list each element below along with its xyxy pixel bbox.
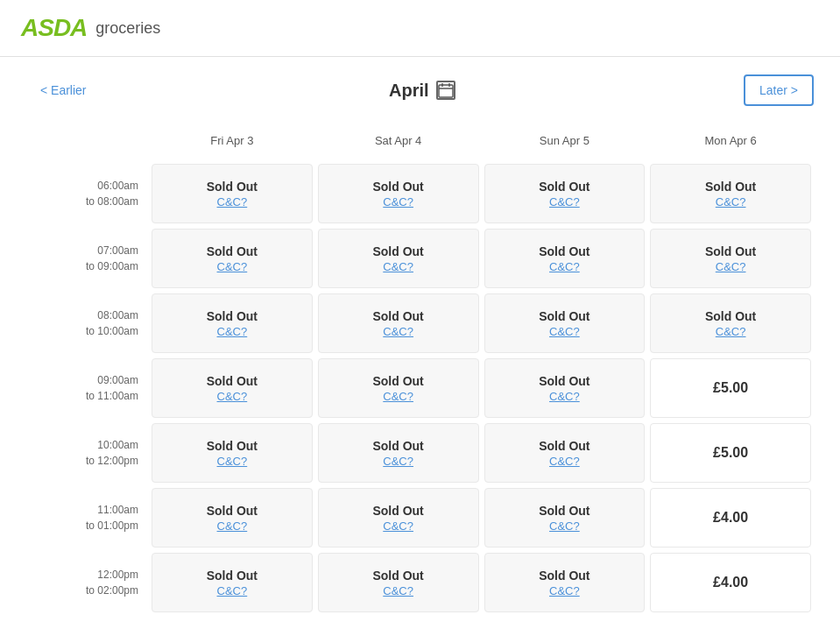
navigation-row: < Earlier April Later > [26, 74, 814, 106]
sold-out-label: Sold Out [207, 180, 258, 194]
slot-price: £4.00 [713, 510, 748, 526]
slot-sold-out-r4-c0: Sold OutC&C? [152, 423, 313, 483]
cc-link[interactable]: C&C? [549, 195, 580, 208]
time-end: to 01:00pm [86, 518, 138, 533]
slot-sold-out-r2-c3: Sold OutC&C? [650, 293, 811, 353]
time-start: 06:00am [97, 178, 138, 194]
cc-link[interactable]: C&C? [383, 325, 413, 338]
sold-out-label: Sold Out [372, 180, 423, 194]
cc-link[interactable]: C&C? [716, 325, 746, 338]
slot-sold-out-r3-c0: Sold OutC&C? [152, 358, 313, 418]
slot-price: £5.00 [713, 445, 748, 461]
sold-out-label: Sold Out [539, 180, 589, 194]
slot-sold-out-r0-c1: Sold OutC&C? [318, 164, 479, 223]
corner-cell [26, 127, 149, 161]
sold-out-label: Sold Out [207, 244, 258, 258]
sold-out-label: Sold Out [705, 180, 756, 194]
cc-link[interactable]: C&C? [549, 519, 580, 533]
slot-available-r4-c3[interactable]: £5.00 [650, 423, 811, 483]
cc-link[interactable]: C&C? [383, 584, 413, 597]
time-end: to 10:00am [86, 323, 138, 339]
cc-link[interactable]: C&C? [217, 195, 248, 208]
app-header: ASDA groceries [0, 0, 840, 57]
cc-link[interactable]: C&C? [549, 455, 580, 468]
sold-out-label: Sold Out [539, 244, 589, 258]
earlier-button[interactable]: < Earlier [26, 76, 101, 104]
slot-sold-out-r6-c0: Sold OutC&C? [152, 553, 313, 612]
col-header-fri: Fri Apr 3 [149, 127, 315, 161]
sold-out-label: Sold Out [207, 309, 258, 323]
cc-link[interactable]: C&C? [549, 325, 580, 338]
time-label-row-2: 08:00amto 10:00am [26, 291, 149, 356]
slot-available-r3-c3[interactable]: £5.00 [650, 358, 811, 418]
col-header-sun: Sun Apr 5 [482, 127, 648, 161]
slot-sold-out-r5-c2: Sold OutC&C? [484, 488, 646, 548]
slot-sold-out-r5-c1: Sold OutC&C? [318, 488, 479, 548]
cc-link[interactable]: C&C? [383, 455, 413, 468]
sold-out-label: Sold Out [372, 569, 423, 583]
slot-available-r5-c3[interactable]: £4.00 [650, 488, 811, 548]
sold-out-label: Sold Out [207, 504, 258, 518]
slot-price: £4.00 [713, 575, 748, 590]
sold-out-label: Sold Out [372, 504, 423, 518]
time-label-row-3: 09:00amto 11:00am [26, 356, 149, 420]
cc-link[interactable]: C&C? [716, 195, 746, 208]
sold-out-label: Sold Out [705, 309, 756, 323]
slot-sold-out-r2-c0: Sold OutC&C? [152, 293, 313, 353]
cc-link[interactable]: C&C? [217, 325, 248, 338]
time-start: 11:00am [97, 502, 138, 518]
slot-sold-out-r6-c2: Sold OutC&C? [484, 553, 646, 612]
time-label-row-6: 12:00pmto 02:00pm [26, 550, 149, 615]
time-end: to 11:00am [86, 388, 138, 404]
time-start: 07:00am [97, 243, 138, 258]
cc-link[interactable]: C&C? [217, 455, 248, 468]
calendar-icon[interactable] [436, 81, 455, 100]
col-header-sat: Sat Apr 4 [315, 127, 482, 161]
groceries-label: groceries [95, 19, 160, 38]
time-label-row-4: 10:00amto 12:00pm [26, 420, 149, 485]
cc-link[interactable]: C&C? [383, 519, 413, 533]
slot-sold-out-r1-c3: Sold OutC&C? [650, 229, 811, 288]
cc-link[interactable]: C&C? [549, 390, 580, 403]
schedule-grid: Fri Apr 3Sat Apr 4Sun Apr 5Mon Apr 606:0… [26, 127, 814, 615]
month-display: April [389, 81, 455, 101]
slot-sold-out-r4-c1: Sold OutC&C? [318, 423, 479, 483]
sold-out-label: Sold Out [539, 504, 589, 518]
slot-sold-out-r2-c2: Sold OutC&C? [484, 293, 646, 353]
month-text: April [389, 81, 429, 101]
time-start: 09:00am [97, 372, 138, 388]
cc-link[interactable]: C&C? [383, 195, 413, 208]
slot-sold-out-r3-c2: Sold OutC&C? [484, 358, 646, 418]
cc-link[interactable]: C&C? [549, 260, 580, 273]
sold-out-label: Sold Out [539, 439, 589, 453]
time-label-row-1: 07:00amto 09:00am [26, 226, 149, 291]
time-end: to 02:00pm [86, 583, 138, 598]
cc-link[interactable]: C&C? [217, 260, 248, 273]
cc-link[interactable]: C&C? [217, 584, 248, 597]
sold-out-label: Sold Out [372, 309, 423, 323]
sold-out-label: Sold Out [539, 569, 589, 583]
slot-available-r6-c3[interactable]: £4.00 [650, 553, 811, 612]
slot-sold-out-r4-c2: Sold OutC&C? [484, 423, 646, 483]
sold-out-label: Sold Out [372, 439, 423, 453]
sold-out-label: Sold Out [207, 569, 258, 583]
col-header-mon: Mon Apr 6 [647, 127, 814, 161]
slot-sold-out-r1-c0: Sold OutC&C? [152, 229, 313, 288]
sold-out-label: Sold Out [705, 244, 756, 258]
later-button[interactable]: Later > [744, 74, 814, 106]
slot-sold-out-r6-c1: Sold OutC&C? [318, 553, 479, 612]
cc-link[interactable]: C&C? [383, 390, 413, 403]
cc-link[interactable]: C&C? [217, 519, 248, 533]
slot-sold-out-r0-c2: Sold OutC&C? [484, 164, 646, 223]
slot-sold-out-r0-c3: Sold OutC&C? [650, 164, 811, 223]
slot-sold-out-r1-c1: Sold OutC&C? [318, 229, 479, 288]
cc-link[interactable]: C&C? [716, 260, 746, 273]
cc-link[interactable]: C&C? [217, 390, 248, 403]
sold-out-label: Sold Out [372, 374, 423, 388]
svg-rect-0 [439, 85, 453, 97]
slot-sold-out-r5-c0: Sold OutC&C? [152, 488, 313, 548]
cc-link[interactable]: C&C? [549, 584, 580, 597]
sold-out-label: Sold Out [207, 439, 258, 453]
time-end: to 12:00pm [86, 453, 138, 469]
cc-link[interactable]: C&C? [383, 260, 413, 273]
